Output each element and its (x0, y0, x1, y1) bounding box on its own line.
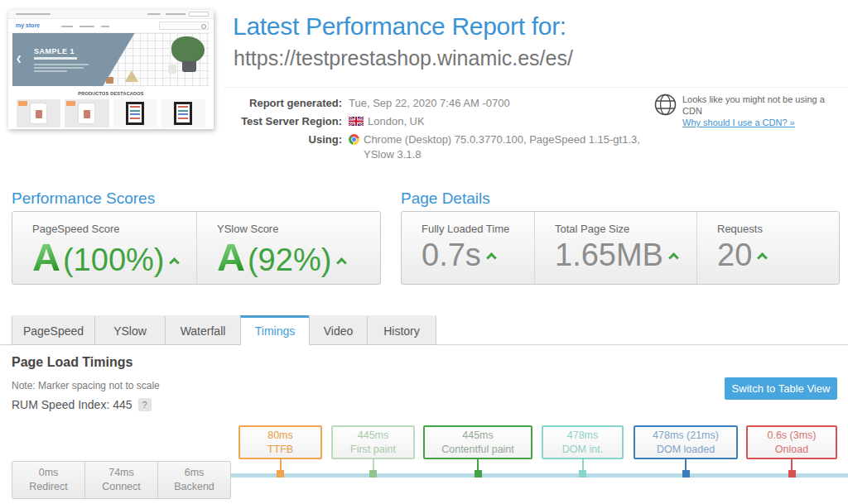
thumb-discount-badge (18, 101, 27, 106)
expand-caret-icon[interactable] (668, 252, 679, 263)
expand-caret-icon[interactable] (170, 257, 181, 268)
thumb-products-row (8, 98, 214, 127)
marker-label: DOM int. (543, 443, 622, 457)
tab-video[interactable]: Video (309, 315, 368, 345)
thumb-product-card (65, 99, 108, 127)
meta-row-using: Using: Chrome (Desktop) 75.0.3770.100, P… (233, 132, 647, 162)
thumb-hero-slider: ❮ SAMPLE 1 (12, 33, 210, 86)
meta-row-generated: Report generated: Tue, Sep 22, 2020 7:46… (233, 96, 647, 111)
thumb-carousel-prev-icon: ❮ (16, 55, 22, 63)
marker-dot (475, 470, 482, 478)
marker-value: 445ms (425, 429, 531, 443)
score-label: YSlow Score (217, 223, 380, 235)
segment-connect: 74ms Connect (84, 462, 157, 498)
page-title: Latest Performance Report for: (233, 12, 566, 41)
report-tabs: PageSpeed YSlow Waterfall Timings Video … (12, 315, 436, 345)
performance-scores-panel: PageSpeed Score A(100%) YSlow Score A(92… (12, 211, 381, 285)
marker-label: First paint (333, 443, 413, 457)
timings-note: Note: Marker spacing not to scale (12, 380, 160, 391)
total-page-size-value: 1.65MB (555, 238, 663, 272)
tab-history[interactable]: History (367, 315, 436, 345)
cdn-why-link[interactable]: Why should I use a CDN? » (682, 117, 845, 129)
marker-dot (579, 470, 586, 478)
thumb-product-poster (126, 102, 144, 125)
thumb-plant-decor (171, 36, 205, 63)
tab-waterfall[interactable]: Waterfall (165, 315, 241, 345)
marker-label: DOM loaded (635, 443, 736, 457)
placeholder-bar (61, 26, 73, 27)
placeholder-bar (166, 13, 186, 15)
pagespeed-score-cell: PageSpeed Score A(100%) (12, 212, 196, 284)
switch-to-table-view-button[interactable]: Switch to Table View (725, 377, 837, 400)
detail-label: Fully Loaded Time (422, 223, 534, 235)
thumb-product-card (113, 99, 157, 127)
placeholder-bar (101, 26, 109, 27)
thumb-topbar (8, 10, 214, 19)
tab-pagespeed[interactable]: PageSpeed (12, 315, 95, 345)
thumb-vase-decor (168, 65, 176, 74)
timeline-line (231, 473, 848, 478)
detail-label: Total Page Size (555, 223, 696, 235)
marker-contentful-paint: 445ms Contentful paint (423, 425, 532, 459)
thumb-product-card (161, 99, 205, 127)
marker-ttfb: 80ms TTFB (238, 425, 322, 459)
marker-label: TTFB (240, 443, 320, 457)
expand-caret-icon[interactable] (757, 252, 768, 263)
thumb-cart-button (189, 12, 209, 17)
detail-label: Requests (717, 223, 839, 235)
meta-label: Using: (233, 132, 342, 147)
marker-dot (369, 470, 377, 478)
yslow-score-cell: YSlow Score A(92%) (196, 212, 380, 284)
chrome-icon (349, 134, 359, 145)
yslow-percent: (92%) (248, 242, 331, 277)
globe-icon (654, 94, 677, 116)
marker-dot (277, 470, 284, 478)
thumb-letter-decor (125, 70, 138, 82)
report-url: https://testprestashop.winamic.es/es/ (234, 46, 573, 70)
thumb-product-poster (174, 102, 192, 125)
placeholder-bar (34, 57, 77, 60)
tab-timings[interactable]: Timings (240, 315, 310, 346)
cdn-note: Looks like you might not be using a CDN … (654, 94, 845, 129)
thumb-plant-pot (182, 61, 196, 72)
yslow-grade: A (217, 235, 245, 279)
segment-redirect: 0ms Redirect (12, 462, 84, 498)
marker-dom-loaded: 478ms (21ms) DOM loaded (634, 425, 738, 459)
placeholder-bar (34, 64, 89, 65)
thumb-navbar: my store (8, 19, 214, 33)
marker-value: 80ms (240, 429, 320, 443)
thumb-hero-title: SAMPLE 1 (34, 47, 75, 55)
expand-caret-icon[interactable] (336, 257, 347, 268)
marker-dom-interactive: 478ms DOM int. (542, 425, 624, 459)
marker-first-paint: 445ms First paint (331, 425, 415, 459)
thumb-products-heading: PRODUCTOS DESTACADOS (47, 91, 175, 96)
page-details-heading: Page Details (401, 190, 490, 208)
expand-caret-icon[interactable] (486, 252, 497, 263)
meta-row-region: Test Server Region: London, UK (233, 114, 647, 129)
help-icon[interactable]: ? (138, 398, 152, 411)
placeholder-bar (147, 13, 161, 15)
pagespeed-grade: A (32, 235, 60, 279)
thumb-product-shirt (79, 103, 94, 123)
marker-value: 0.6s (3ms) (748, 429, 836, 443)
cdn-note-text: Looks like you might not be using a CDN (682, 94, 845, 117)
page-load-timings-heading: Page Load Timings (12, 355, 132, 370)
uk-flag-icon (349, 117, 364, 126)
meta-value: London, UK (368, 114, 425, 129)
meta-label: Test Server Region: (233, 114, 342, 129)
placeholder-bar (34, 70, 67, 72)
segment-label: Redirect (12, 480, 84, 494)
marker-value: 478ms (543, 429, 622, 443)
marker-dot (682, 470, 690, 478)
segment-value: 0ms (12, 466, 84, 480)
requests-cell: Requests 20 (696, 212, 839, 284)
placeholder-bar (34, 67, 84, 69)
pagespeed-percent: (100%) (63, 242, 165, 277)
segment-value: 6ms (158, 466, 230, 480)
tab-yslow[interactable]: YSlow (94, 315, 166, 345)
marker-label: Contentful paint (425, 443, 531, 457)
rum-speed-index: RUM Speed Index: 445? (12, 398, 152, 411)
thumb-product-card (17, 99, 60, 127)
segment-backend: 6ms Backend (157, 462, 230, 498)
marker-value: 445ms (333, 429, 413, 443)
